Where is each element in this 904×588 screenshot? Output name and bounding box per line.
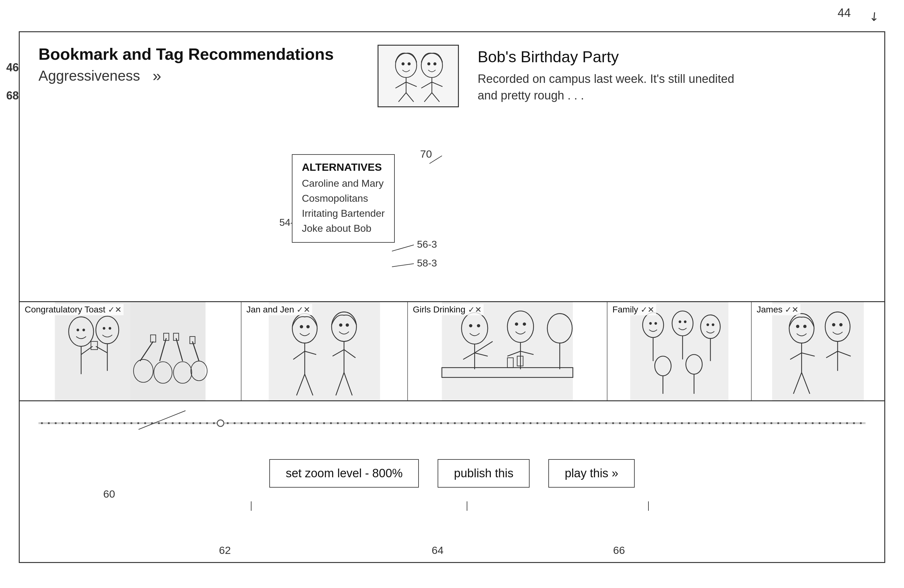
- timeline-slider[interactable]: [217, 419, 224, 427]
- clip-icons-3[interactable]: ✓✕: [641, 305, 654, 315]
- svg-rect-26: [55, 302, 130, 400]
- buttons-area: set zoom level - 800% publish this play …: [20, 445, 884, 501]
- svg-point-66: [339, 323, 342, 327]
- play-label: play this »: [564, 467, 618, 480]
- clips-section: Congratulatory Toast ✓✕: [20, 301, 884, 401]
- alt-item-2[interactable]: Cosmopolitans: [302, 191, 385, 206]
- svg-point-23: [427, 62, 430, 65]
- svg-point-115: [796, 325, 799, 328]
- clip-icons-1[interactable]: ✓✕: [297, 305, 310, 315]
- svg-point-67: [346, 323, 349, 327]
- clip-label-james: James ✓✕: [755, 304, 800, 315]
- ref-label-66: 66: [613, 544, 625, 556]
- ref-label-70: 70: [420, 148, 432, 160]
- ref-label-68: 68: [6, 89, 19, 102]
- alt-item-1[interactable]: Caroline and Mary: [302, 176, 385, 191]
- aggressiveness-label: Aggressiveness: [38, 67, 140, 84]
- svg-rect-38: [130, 302, 205, 400]
- svg-point-65: [306, 325, 309, 328]
- chevron-right-icon[interactable]: »: [153, 66, 161, 85]
- ref-label-62: 62: [219, 544, 231, 556]
- svg-point-15: [401, 62, 405, 65]
- svg-rect-51: [269, 302, 380, 400]
- clip-icons-0[interactable]: ✓✕: [108, 305, 122, 315]
- svg-point-84: [515, 322, 518, 326]
- timeline-track[interactable]: [38, 422, 866, 424]
- aggressiveness-row: Aggressiveness »: [38, 66, 334, 85]
- clip-congratulatory-toast: Congratulatory Toast ✓✕: [20, 302, 242, 400]
- svg-rect-68: [442, 302, 573, 400]
- center-header: [378, 45, 459, 107]
- alternatives-title: ALTERNATIVES: [302, 161, 385, 173]
- clip-title-congratulatory: Congratulatory Toast: [25, 305, 106, 315]
- svg-point-82: [469, 324, 472, 327]
- ref-label-46: 46: [6, 61, 19, 74]
- clip-title-jan-jen: Jan and Jen: [247, 305, 294, 315]
- ref-label-60: 60: [103, 488, 115, 500]
- svg-point-102: [706, 323, 709, 326]
- set-zoom-label: set zoom level - 800%: [286, 467, 403, 480]
- video-thumbnail: [378, 45, 459, 107]
- clip-label-jan-jen: Jan and Jen ✓✕: [245, 304, 313, 315]
- alt-item-4[interactable]: Joke about Bob: [302, 221, 385, 236]
- clip-jan-jen: Jan and Jen ✓✕: [242, 302, 408, 400]
- timeline-dotted: [38, 422, 866, 424]
- video-title: Bob's Birthday Party: [478, 48, 866, 66]
- right-header: Bob's Birthday Party Recorded on campus …: [478, 45, 866, 104]
- ref-label-56-3: 56-3: [417, 239, 437, 250]
- clip-icons-2[interactable]: ✓✕: [468, 305, 482, 315]
- video-desc: Recorded on campus last week. It's still…: [478, 71, 866, 104]
- set-zoom-button[interactable]: set zoom level - 800%: [269, 459, 419, 488]
- clip-label-congratulatory-toast: Congratulatory Toast ✓✕: [23, 304, 123, 315]
- svg-point-34: [77, 329, 79, 331]
- bookmark-title: Bookmark and Tag Recommendations: [38, 45, 334, 63]
- ref-label-58-3: 58-3: [417, 258, 437, 269]
- clip-james: James ✓✕: [752, 302, 884, 400]
- ref-label-64: 64: [431, 544, 444, 556]
- header-section: Bookmark and Tag Recommendations Aggress…: [20, 32, 884, 117]
- svg-point-35: [82, 329, 85, 331]
- svg-point-117: [832, 323, 835, 326]
- svg-point-64: [300, 325, 303, 328]
- publish-label: publish this: [454, 467, 513, 480]
- svg-point-83: [477, 324, 480, 327]
- clip-title-james: James: [757, 305, 782, 315]
- clip-title-girls: Girls Drinking: [413, 305, 465, 315]
- play-button[interactable]: play this »: [548, 459, 634, 488]
- clip-icons-4[interactable]: ✓✕: [785, 305, 798, 315]
- svg-point-37: [109, 327, 111, 330]
- clip-label-girls-drinking: Girls Drinking ✓✕: [411, 304, 484, 315]
- main-container: Bookmark and Tag Recommendations Aggress…: [19, 31, 885, 563]
- clip-label-family: Family ✓✕: [611, 304, 656, 315]
- svg-point-16: [408, 62, 411, 65]
- publish-button[interactable]: publish this: [438, 459, 529, 488]
- alt-item-3[interactable]: Irritating Bartender: [302, 206, 385, 221]
- svg-rect-8: [379, 46, 458, 106]
- svg-line-4: [392, 245, 414, 251]
- svg-point-118: [839, 323, 842, 326]
- svg-point-99: [654, 322, 657, 325]
- svg-point-101: [684, 321, 686, 323]
- svg-point-103: [712, 323, 714, 326]
- svg-point-116: [803, 325, 806, 328]
- svg-point-98: [649, 322, 651, 325]
- ref-label-44-text: 44: [838, 6, 851, 20]
- svg-point-24: [433, 62, 436, 65]
- svg-point-36: [103, 327, 105, 330]
- svg-rect-104: [772, 302, 864, 400]
- clip-family: Family ✓✕: [607, 302, 752, 400]
- arrow-44-icon: ↙: [866, 8, 882, 25]
- timeline-area: [20, 405, 884, 442]
- clip-girls-drinking: Girls Drinking ✓✕: [408, 302, 607, 400]
- clip-title-family: Family: [612, 305, 638, 315]
- svg-point-100: [678, 321, 681, 323]
- alternatives-popup: ALTERNATIVES Caroline and Mary Cosmopoli…: [292, 154, 395, 243]
- svg-line-5: [392, 264, 414, 267]
- left-header: Bookmark and Tag Recommendations Aggress…: [38, 45, 334, 85]
- svg-point-85: [523, 322, 526, 326]
